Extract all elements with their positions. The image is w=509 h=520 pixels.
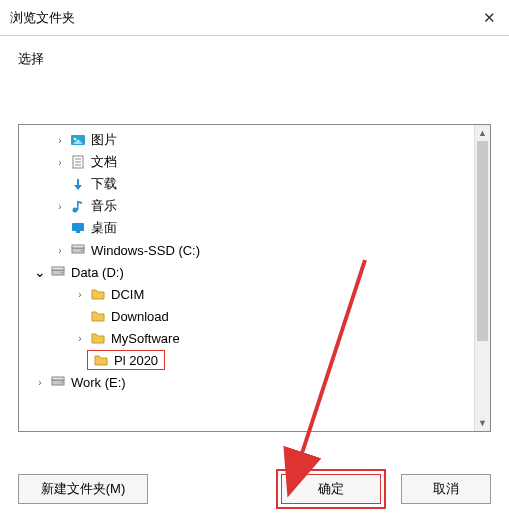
svg-rect-14 — [72, 245, 84, 248]
cancel-label: 取消 — [433, 480, 459, 498]
drive-icon — [49, 373, 67, 391]
svg-rect-20 — [52, 377, 64, 380]
close-icon: ✕ — [483, 9, 496, 27]
ok-label: 确定 — [318, 480, 344, 498]
scroll-down-icon[interactable]: ▼ — [475, 415, 490, 431]
svg-point-9 — [73, 208, 78, 213]
folder-icon — [89, 285, 107, 303]
tree-row[interactable]: ›Pl 2020 — [19, 349, 474, 371]
tree-row[interactable]: ›Windows-SSD (C:) — [19, 239, 474, 261]
tree-row-label: 下载 — [91, 175, 117, 193]
chevron-right-icon[interactable]: › — [73, 289, 87, 300]
new-folder-label: 新建文件夹(M) — [41, 480, 126, 498]
tree-row[interactable]: ›图片 — [19, 129, 474, 151]
tree-row-label: MySoftware — [111, 331, 180, 346]
close-button[interactable]: ✕ — [469, 0, 509, 36]
chevron-right-icon[interactable]: › — [53, 135, 67, 146]
new-folder-button[interactable]: 新建文件夹(M) — [18, 474, 148, 504]
titlebar: 浏览文件夹 ✕ — [0, 0, 509, 36]
svg-rect-11 — [72, 223, 84, 231]
tree-row[interactable]: ›下载 — [19, 173, 474, 195]
svg-point-18 — [61, 272, 63, 274]
tree-row-label: Pl 2020 — [114, 353, 158, 368]
tree-row-label: 图片 — [91, 131, 117, 149]
chevron-right-icon[interactable]: › — [53, 157, 67, 168]
svg-rect-8 — [77, 179, 79, 185]
chevron-down-icon[interactable]: ⌄ — [33, 264, 47, 280]
tree-row-label: Windows-SSD (C:) — [91, 243, 200, 258]
music-icon — [69, 197, 87, 215]
desktop-icon — [69, 219, 87, 237]
folder-icon — [89, 329, 107, 347]
folder-tree[interactable]: ›图片›文档›下载›音乐›桌面›Windows-SSD (C:)⌄Data (D… — [19, 125, 474, 431]
chevron-right-icon[interactable]: › — [53, 201, 67, 212]
scroll-thumb[interactable] — [477, 141, 488, 341]
svg-point-1 — [74, 138, 77, 141]
tree-row-label: Data (D:) — [71, 265, 124, 280]
svg-point-15 — [81, 250, 83, 252]
svg-point-21 — [61, 382, 63, 384]
prompt-label: 选择 — [0, 36, 509, 76]
tree-row[interactable]: ›文档 — [19, 151, 474, 173]
tree-row-label: Work (E:) — [71, 375, 126, 390]
folder-icon — [92, 351, 110, 369]
drive-icon — [49, 263, 67, 281]
documents-icon — [69, 153, 87, 171]
tree-row[interactable]: ›音乐 — [19, 195, 474, 217]
scrollbar[interactable]: ▲ ▼ — [474, 125, 490, 431]
cancel-button[interactable]: 取消 — [401, 474, 491, 504]
tree-row[interactable]: ›桌面 — [19, 217, 474, 239]
tree-row[interactable]: ›Download — [19, 305, 474, 327]
svg-rect-12 — [76, 231, 80, 233]
tree-row-label: DCIM — [111, 287, 144, 302]
tree-row-label: 文档 — [91, 153, 117, 171]
button-row: 新建文件夹(M) 确定 取消 — [0, 458, 509, 520]
tree-row-label: 音乐 — [91, 197, 117, 215]
chevron-right-icon[interactable]: › — [33, 377, 47, 388]
selected-folder[interactable]: Pl 2020 — [87, 350, 165, 370]
svg-rect-17 — [52, 267, 64, 270]
scroll-up-icon[interactable]: ▲ — [475, 125, 490, 141]
tree-row[interactable]: ›Work (E:) — [19, 371, 474, 393]
window-title: 浏览文件夹 — [10, 9, 469, 27]
chevron-right-icon[interactable]: › — [53, 245, 67, 256]
pictures-icon — [69, 131, 87, 149]
tree-row-label: 桌面 — [91, 219, 117, 237]
tree-row-label: Download — [111, 309, 169, 324]
folder-icon — [89, 307, 107, 325]
drive-icon — [69, 241, 87, 259]
tree-row[interactable]: ⌄Data (D:) — [19, 261, 474, 283]
ok-button[interactable]: 确定 — [281, 474, 381, 504]
downloads-icon — [69, 175, 87, 193]
chevron-right-icon[interactable]: › — [73, 333, 87, 344]
tree-row[interactable]: ›DCIM — [19, 283, 474, 305]
folder-tree-container: ›图片›文档›下载›音乐›桌面›Windows-SSD (C:)⌄Data (D… — [18, 124, 491, 432]
tree-row[interactable]: ›MySoftware — [19, 327, 474, 349]
